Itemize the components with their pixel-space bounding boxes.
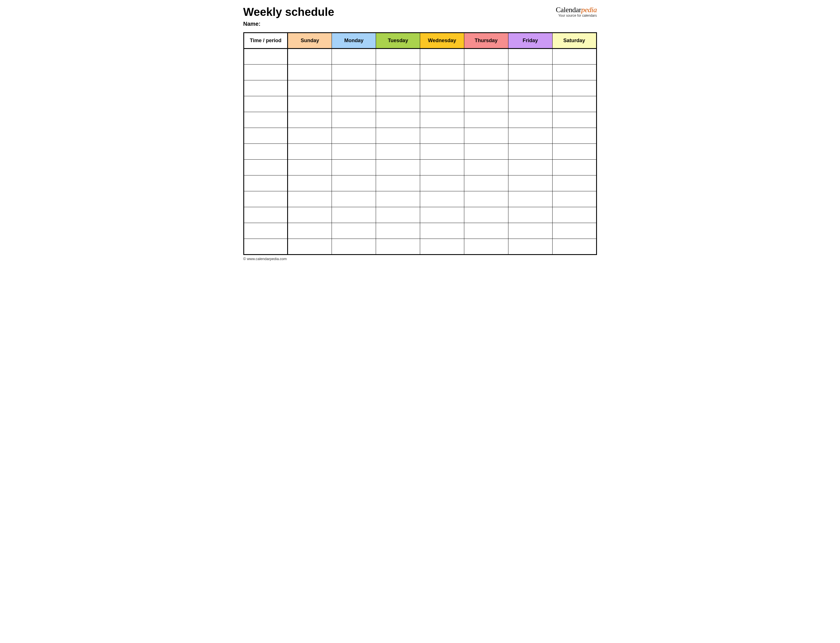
schedule-cell (552, 49, 596, 65)
schedule-cell (508, 175, 552, 191)
schedule-row (244, 191, 596, 207)
schedule-cell (288, 223, 332, 239)
schedule-cell (376, 223, 420, 239)
schedule-cell (552, 191, 596, 207)
time-cell (244, 144, 288, 160)
schedule-cell (464, 80, 508, 96)
schedule-cell (332, 65, 376, 80)
schedule-row (244, 112, 596, 128)
schedule-cell (552, 175, 596, 191)
schedule-cell (508, 65, 552, 80)
schedule-cell (552, 96, 596, 112)
header: Weekly schedule Calendarpedia Your sourc… (243, 6, 597, 18)
name-label: Name: (243, 21, 597, 27)
schedule-body (244, 49, 596, 255)
schedule-cell (420, 160, 464, 175)
schedule-cell (464, 160, 508, 175)
schedule-cell (420, 80, 464, 96)
schedule-cell (332, 207, 376, 223)
schedule-cell (420, 49, 464, 65)
schedule-cell (288, 144, 332, 160)
schedule-cell (420, 65, 464, 80)
schedule-cell (508, 96, 552, 112)
schedule-cell (464, 239, 508, 255)
schedule-cell (376, 128, 420, 144)
schedule-cell (464, 223, 508, 239)
schedule-cell (420, 223, 464, 239)
schedule-cell (552, 160, 596, 175)
schedule-cell (420, 96, 464, 112)
schedule-row (244, 144, 596, 160)
schedule-cell (508, 223, 552, 239)
schedule-cell (508, 207, 552, 223)
schedule-cell (332, 96, 376, 112)
schedule-row (244, 80, 596, 96)
schedule-cell (376, 144, 420, 160)
schedule-cell (288, 191, 332, 207)
schedule-cell (332, 239, 376, 255)
schedule-cell (508, 191, 552, 207)
schedule-cell (332, 160, 376, 175)
schedule-cell (552, 65, 596, 80)
schedule-cell (420, 207, 464, 223)
schedule-row (244, 65, 596, 80)
schedule-cell (552, 144, 596, 160)
schedule-cell (464, 49, 508, 65)
schedule-cell (376, 96, 420, 112)
schedule-cell (376, 80, 420, 96)
schedule-row (244, 175, 596, 191)
brand-suffix: pedia (581, 6, 597, 14)
schedule-cell (288, 207, 332, 223)
schedule-row (244, 160, 596, 175)
schedule-cell (464, 144, 508, 160)
time-cell (244, 49, 288, 65)
schedule-cell (508, 144, 552, 160)
schedule-cell (420, 175, 464, 191)
schedule-cell (288, 65, 332, 80)
page-container: Weekly schedule Calendarpedia Your sourc… (243, 6, 597, 261)
schedule-row (244, 49, 596, 65)
schedule-cell (464, 175, 508, 191)
schedule-cell (552, 239, 596, 255)
time-period-header: Time / period (244, 33, 288, 49)
schedule-cell (552, 128, 596, 144)
schedule-cell (420, 239, 464, 255)
schedule-cell (376, 207, 420, 223)
day-header-tuesday: Tuesday (376, 33, 420, 49)
schedule-cell (464, 112, 508, 128)
schedule-cell (464, 207, 508, 223)
time-cell (244, 65, 288, 80)
schedule-cell (376, 239, 420, 255)
schedule-cell (508, 112, 552, 128)
day-header-saturday: Saturday (552, 33, 596, 49)
schedule-cell (464, 128, 508, 144)
schedule-cell (288, 175, 332, 191)
schedule-header-row: Time / period SundayMondayTuesdayWednesd… (244, 33, 596, 49)
schedule-cell (420, 144, 464, 160)
schedule-cell (376, 112, 420, 128)
schedule-cell (332, 144, 376, 160)
time-cell (244, 223, 288, 239)
schedule-cell (464, 65, 508, 80)
footer-copyright: © www.calendarpedia.com (243, 257, 597, 261)
schedule-cell (332, 191, 376, 207)
schedule-row (244, 96, 596, 112)
schedule-cell (508, 160, 552, 175)
day-header-monday: Monday (332, 33, 376, 49)
schedule-cell (288, 96, 332, 112)
schedule-cell (508, 239, 552, 255)
day-header-sunday: Sunday (288, 33, 332, 49)
schedule-cell (332, 175, 376, 191)
schedule-cell (376, 160, 420, 175)
schedule-cell (552, 80, 596, 96)
schedule-cell (376, 175, 420, 191)
schedule-cell (332, 112, 376, 128)
schedule-cell (332, 223, 376, 239)
schedule-cell (464, 191, 508, 207)
time-cell (244, 80, 288, 96)
time-cell (244, 207, 288, 223)
schedule-row (244, 223, 596, 239)
schedule-row (244, 207, 596, 223)
schedule-cell (464, 96, 508, 112)
schedule-row (244, 239, 596, 255)
